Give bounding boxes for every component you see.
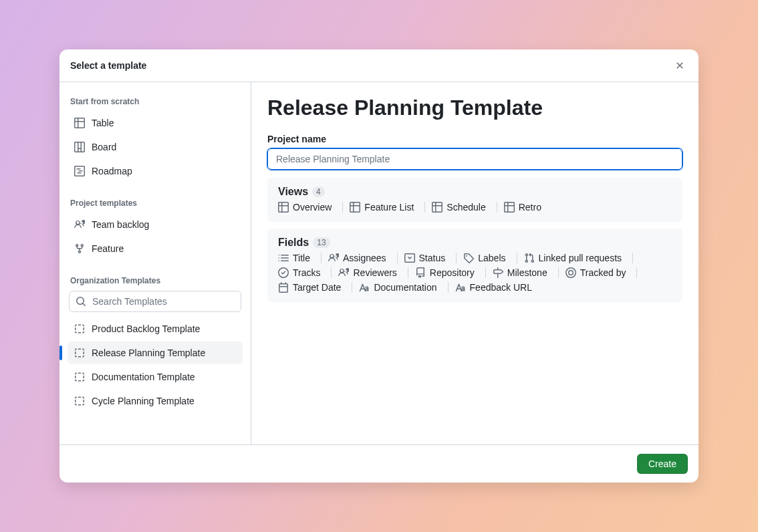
sidebar-item-cycle-planning[interactable]: Cycle Planning Template [68, 390, 243, 412]
chip-label: Title [293, 253, 310, 263]
field-repository: Repository [415, 267, 493, 278]
view-overview: Overview [278, 202, 350, 213]
page-title: Release Planning Template [267, 96, 682, 120]
template-icon [74, 348, 85, 358]
fork-icon [74, 243, 85, 254]
views-chips: Overview Feature List Schedule Retro [278, 202, 672, 213]
sidebar-item-label: Roadmap [92, 166, 132, 176]
select-icon [404, 253, 415, 263]
milestone-icon [493, 267, 503, 278]
calendar-icon [278, 282, 289, 293]
search-input[interactable] [69, 291, 241, 312]
sidebar-item-roadmap[interactable]: Roadmap [68, 160, 243, 182]
chip-label: Documentation [374, 282, 436, 293]
modal-footer: Create [59, 444, 699, 483]
views-head: Views 4 [278, 186, 672, 198]
sidebar-item-label: Release Planning Template [92, 348, 205, 358]
table-icon [504, 202, 515, 213]
modal-body: Start from scratch Table Board Roadmap P… [59, 82, 699, 444]
modal-title: Select a template [70, 60, 146, 71]
sidebar-item-release-planning[interactable]: Release Planning Template [68, 342, 243, 364]
chip-label: Feedback URL [470, 282, 532, 293]
view-feature-list: Feature List [350, 202, 432, 213]
chip-label: Assignees [343, 253, 386, 263]
sidebar-section-org: Organization Templates Product Backlog T… [68, 272, 243, 412]
chip-label: Labels [478, 253, 505, 263]
people-icon [338, 267, 349, 278]
repo-icon [415, 267, 426, 278]
fields-title: Fields [278, 237, 309, 249]
close-icon [674, 60, 685, 71]
chip-label: Retro [519, 202, 541, 213]
field-milestone: Milestone [493, 267, 565, 278]
fields-card: Fields 13 Title Assignees Status [267, 229, 682, 302]
fields-head: Fields 13 [278, 237, 672, 249]
sidebar-item-label: Product Backlog Template [92, 323, 200, 334]
field-tracked-by: Tracked by [565, 267, 644, 278]
sidebar-item-label: Team backlog [92, 219, 149, 230]
close-button[interactable] [672, 57, 688, 74]
people-icon [328, 253, 339, 263]
search-wrap [69, 291, 241, 312]
template-icon [74, 323, 85, 334]
sidebar-section-project: Project templates Team backlog Feature [68, 194, 243, 260]
views-title: Views [278, 186, 308, 198]
fields-chips: Title Assignees Status Labels [278, 253, 672, 293]
sidebar-item-product-backlog[interactable]: Product Backlog Template [68, 317, 243, 340]
sidebar-item-team-backlog[interactable]: Team backlog [68, 213, 243, 236]
field-target-date: Target Date [278, 282, 359, 293]
template-icon [74, 396, 85, 406]
field-reviewers: Reviewers [338, 267, 414, 278]
list-icon [278, 253, 289, 263]
table-icon [278, 202, 289, 213]
tracked-by-icon [565, 267, 576, 278]
people-icon [74, 219, 85, 230]
sidebar-item-label: Feature [92, 243, 124, 254]
chip-label: Status [419, 253, 446, 263]
chip-label: Target Date [293, 282, 341, 293]
field-status: Status [404, 253, 464, 263]
field-linked-pr: Linked pull requests [524, 253, 640, 263]
field-documentation: Documentation [359, 282, 455, 293]
create-button[interactable]: Create [637, 454, 688, 474]
board-icon [74, 142, 85, 152]
fields-count-badge: 13 [313, 237, 330, 248]
chip-label: Reviewers [353, 267, 396, 278]
pull-request-icon [524, 253, 535, 263]
search-icon [76, 296, 86, 307]
project-name-label: Project name [267, 134, 682, 144]
project-name-input[interactable] [267, 148, 682, 170]
chip-label: Overview [293, 202, 332, 213]
roadmap-icon [74, 166, 85, 176]
template-icon [74, 372, 85, 382]
chip-label: Feature List [364, 202, 414, 213]
chip-label: Linked pull requests [539, 253, 622, 263]
sidebar-item-documentation[interactable]: Documentation Template [68, 366, 243, 388]
views-count-badge: 4 [312, 186, 325, 197]
views-card: Views 4 Overview Feature List Schedule [267, 178, 682, 222]
chip-label: Tracked by [580, 267, 626, 278]
field-title: Title [278, 253, 328, 263]
table-icon [74, 118, 85, 128]
sidebar-item-label: Documentation Template [92, 372, 195, 382]
field-labels: Labels [463, 253, 523, 263]
chip-label: Repository [430, 267, 475, 278]
sidebar-item-label: Board [92, 142, 116, 152]
main-panel: Release Planning Template Project name V… [251, 82, 699, 444]
sidebar-item-label: Cycle Planning Template [92, 396, 195, 406]
field-tracks: Tracks [278, 267, 338, 278]
chip-label: Schedule [447, 202, 485, 213]
section-title-project: Project templates [68, 194, 243, 212]
chip-label: Tracks [293, 267, 320, 278]
chip-label: Milestone [507, 267, 547, 278]
table-icon [350, 202, 360, 213]
tracks-icon [278, 267, 289, 278]
tag-icon [463, 253, 474, 263]
sidebar-item-feature[interactable]: Feature [68, 237, 243, 260]
sidebar-item-table[interactable]: Table [68, 112, 243, 134]
sidebar-item-label: Table [92, 118, 114, 128]
view-retro: Retro [504, 202, 548, 213]
field-feedback-url: Feedback URL [455, 282, 539, 293]
sidebar-section-scratch: Start from scratch Table Board Roadmap [68, 93, 243, 182]
sidebar-item-board[interactable]: Board [68, 136, 243, 158]
